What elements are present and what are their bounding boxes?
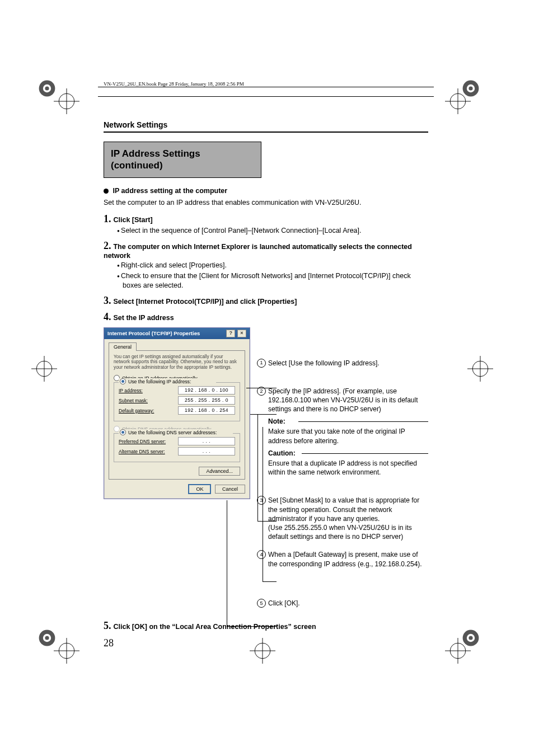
subnet-field: Subnet mask: 255 . 255 . 255 . 0 [119,396,235,405]
header-meta: VN-V25U_26U_EN.book Page 28 Friday, Janu… [104,81,428,87]
callout-text: Specify the [IP address]. (For example, … [268,387,418,413]
circled-number-icon: 2 [257,387,266,396]
pref-dns-input[interactable]: . . . [178,437,235,445]
page-content: VN-V25U_26U_EN.book Page 28 Friday, Janu… [104,81,428,649]
step-number: 5. [104,620,111,632]
step-label: Click [OK] on the “Local Area Connection… [113,623,316,631]
callout-1: 1 Select [Use the following IP address]. [257,359,428,368]
caution-text: Ensure that a duplicate IP address is no… [268,459,428,477]
step-1: 1. Click [Start] Select in the sequence … [104,213,428,236]
dialog-description: You can get IP settings assigned automat… [114,354,240,371]
note-text: Make sure that you take note of the orig… [268,427,428,445]
graybox-line2: (continued) [111,159,254,171]
close-button[interactable]: × [237,330,246,337]
step-label: Select [Internet Protocol(TCP/IP)] and c… [113,298,297,306]
radio-use-following-dns[interactable]: Use the following DNS server addresses: [119,429,233,435]
page-number: 28 [104,637,428,649]
step-2: 2. The computer on which Internet Explor… [104,240,428,290]
graybox-line1: IP Address Settings [111,148,254,159]
register-mark-icon [31,356,57,382]
dialog-title: Internet Protocol (TCP/IP) Properties [107,330,200,336]
step-2-bullet1: Right-click and select [Properties]. [117,261,428,270]
radio-label: Use the following DNS server addresses: [128,430,217,435]
radio-label: Use the following IP address: [128,379,191,384]
dialog-titlebar: Internet Protocol (TCP/IP) Properties ? … [104,328,250,339]
pref-dns-field: Preferred DNS server: . . . [119,437,235,445]
step-4: 4. Set the IP address [104,311,428,323]
step-2-bullet2: Check to ensure that the [Client for Mic… [117,271,428,290]
radio-icon [120,378,126,384]
alt-dns-input[interactable]: . . . [178,447,235,456]
step-number: 4. [104,311,111,323]
step-3: 3. Select [Internet Protocol(TCP/IP)] an… [104,295,428,307]
ok-button[interactable]: OK [188,484,211,494]
alt-dns-field: Alternate DNS server: . . . [119,447,235,456]
callout-column: 1 Select [Use the following IP address].… [255,327,428,617]
step-number: 1. [104,213,111,225]
register-mark-icon [54,88,79,114]
dialog-screenshot: Internet Protocol (TCP/IP) Properties ? … [104,327,255,617]
callout-text: When a [Default Gateway] is present, mak… [268,551,422,567]
callout-5: 5 Click [OK]. [257,599,428,608]
circled-number-icon: 4 [257,550,266,559]
svg-point-2 [45,86,49,90]
radio-use-following-ip[interactable]: Use the following IP address: [119,378,216,384]
gateway-input[interactable]: 192 . 168 . 0 . 254 [178,406,235,415]
callout-text: Click [OK]. [268,599,300,607]
step-label: Set the IP address [113,314,174,322]
advanced-button[interactable]: Advanced... [199,467,240,476]
tab-general[interactable]: General [109,342,137,351]
circled-number-icon: 3 [257,496,266,505]
note-label: Note: [268,417,428,426]
step-label: Click [Start] [113,216,152,224]
subsection-box: IP Address Settings (continued) [104,142,261,178]
register-mark-icon [445,88,471,114]
circled-number-icon: 5 [257,599,266,608]
svg-point-8 [45,636,49,640]
callout-text: Set [Subnet Mask] to a value that is app… [268,496,419,541]
ip-address-field: IP address: 192 . 168 . 0 . 100 [119,386,235,395]
step-label: The computer on which Internet Explorer … [104,243,412,260]
register-mark-icon [445,638,471,664]
register-mark-icon [54,638,79,664]
callout-4: 4 When a [Default Gateway] is present, m… [257,550,428,568]
step-number: 2. [104,240,111,252]
gateway-field: Default gateway: 192 . 168 . 0 . 254 [119,406,235,415]
section-title: Network Settings [104,120,428,129]
callout-2: 2 Specify the [IP address]. (For example… [257,387,428,477]
register-mark-icon [467,356,493,382]
subnet-input[interactable]: 255 . 255 . 255 . 0 [178,396,235,405]
radio-icon [120,429,126,435]
help-button[interactable]: ? [226,330,235,337]
bullet-icon [104,189,109,194]
bullet-heading: IP address setting at the computer [104,187,428,195]
step-number: 3. [104,295,111,307]
step-1-bullet1: Select in the sequence of [Control Panel… [117,226,428,236]
callout-3: 3 Set [Subnet Mask] to a value that is a… [257,496,428,541]
callout-text: Select [Use the following IP address]. [268,359,380,367]
ip-address-input[interactable]: 192 . 168 . 0 . 100 [178,386,235,395]
bullet-heading-text: IP address setting at the computer [113,187,227,195]
circled-number-icon: 1 [257,359,266,368]
caution-label: Caution: [268,449,428,458]
intro-text: Set the computer to an IP address that e… [104,198,428,208]
cancel-button[interactable]: Cancel [215,485,245,494]
